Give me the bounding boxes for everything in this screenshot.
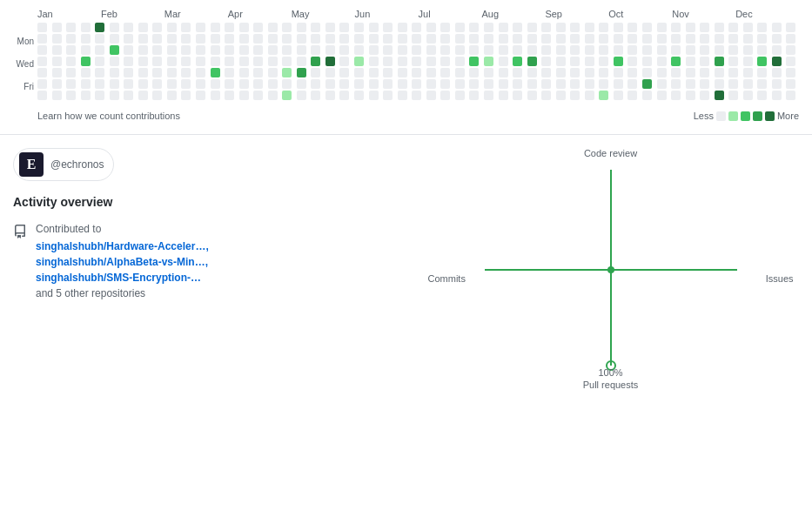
grid-cell — [196, 68, 205, 77]
grid-cell — [440, 45, 450, 55]
grid-cell — [152, 34, 162, 44]
grid-cell — [513, 68, 522, 77]
grid-cell — [196, 45, 205, 55]
grid-cell — [152, 79, 162, 89]
grid-cell — [499, 57, 508, 66]
grid-cell — [743, 57, 753, 66]
grid-cell — [95, 34, 104, 44]
grid-cell — [786, 91, 795, 100]
grid-cell — [124, 34, 133, 44]
user-badge[interactable]: E @echronos — [13, 148, 114, 181]
grid-cell — [426, 68, 436, 77]
grid-cell — [556, 79, 566, 89]
repo-link-1[interactable]: singhalshubh/AlphaBeta-vs-Min…, — [36, 256, 209, 268]
grid-cell — [757, 45, 767, 55]
grid-cell — [772, 34, 782, 44]
repo-link-0[interactable]: singhalshubh/Hardware-Acceler…, — [36, 240, 209, 252]
grid-cell — [37, 45, 47, 55]
grid-cell — [124, 57, 133, 66]
grid-cell — [268, 79, 278, 89]
grid-cell — [440, 34, 450, 44]
grid-cell — [686, 79, 695, 89]
grid-cell — [181, 45, 191, 55]
grid-cell — [398, 57, 407, 66]
grid-cell — [671, 45, 681, 55]
grid-cell — [642, 68, 652, 77]
grid-cell — [728, 57, 738, 66]
grid-cell — [772, 45, 782, 55]
grid-cell — [671, 34, 681, 44]
grid-cell — [499, 23, 508, 32]
grid-cell — [412, 23, 421, 32]
grid-cell — [440, 23, 450, 32]
grid-cell — [152, 68, 162, 77]
grid-cell — [412, 68, 421, 77]
grid-cell — [81, 34, 91, 44]
grid-cell — [614, 79, 623, 89]
grid-cell — [110, 91, 119, 100]
grid-cell — [181, 23, 191, 32]
grid-cell — [225, 45, 234, 55]
grid-cell — [728, 45, 738, 55]
grid-cell — [686, 68, 695, 77]
grid-cell — [614, 34, 623, 44]
grid-cell — [297, 91, 306, 100]
grid-cell — [369, 34, 379, 44]
grid-cell — [81, 23, 91, 32]
grid-cell — [499, 79, 508, 89]
grid-cell — [239, 79, 249, 89]
grid-cell — [369, 23, 379, 32]
month-label-apr: Apr — [228, 9, 292, 19]
grid-cell — [110, 79, 119, 89]
legend-more-label: More — [777, 111, 799, 121]
repo-link-2[interactable]: singhalshubh/SMS-Encryption-… — [36, 272, 209, 284]
grid-cell — [715, 45, 724, 55]
month-label-nov: Nov — [672, 9, 735, 19]
grid-cell — [627, 57, 637, 66]
grid-cell — [339, 68, 349, 77]
grid-cell — [325, 79, 335, 89]
grid-cell — [642, 23, 652, 32]
grid-cell — [715, 68, 724, 77]
grid-cell — [757, 23, 767, 32]
grid-cell — [657, 34, 667, 44]
grid-cell — [196, 79, 205, 89]
grid-cell — [282, 79, 292, 89]
user-handle: @echronos — [50, 158, 104, 171]
grid-cell — [585, 23, 594, 32]
other-repos: and 5 other repositories — [36, 287, 209, 299]
grid-cell — [383, 57, 393, 66]
grid-cell — [138, 68, 148, 77]
grid-cell — [398, 45, 407, 55]
grid-cell — [412, 57, 421, 66]
grid-cell — [484, 34, 493, 44]
grid-cell — [383, 68, 393, 77]
grid-cell — [211, 34, 220, 44]
grid-cell — [627, 79, 637, 89]
grid-cell — [412, 45, 421, 55]
activity-title: Activity overview — [13, 195, 405, 209]
repo-links: singhalshubh/Hardware-Acceler…,singhalsh… — [36, 240, 209, 284]
grid-cell — [599, 45, 608, 55]
grid-cell — [196, 91, 205, 100]
grid-cell — [311, 34, 320, 44]
grid-cell — [167, 79, 177, 89]
grid-cell — [757, 57, 767, 66]
grid-cell — [383, 79, 393, 89]
grid-cell — [585, 79, 594, 89]
grid-cell — [167, 23, 177, 32]
grid-cell — [81, 68, 91, 77]
grid-cell — [383, 45, 393, 55]
grid-wrapper — [37, 23, 799, 100]
grid-cell — [66, 34, 76, 44]
grid-cell — [181, 79, 191, 89]
grid-cell — [124, 79, 133, 89]
grid-cell — [282, 57, 292, 66]
grid-cell — [499, 45, 508, 55]
grid-cell — [253, 68, 263, 77]
grid-cell — [715, 34, 724, 44]
grid-cell — [513, 57, 522, 66]
grid-cell — [339, 91, 349, 100]
grid-cell — [728, 34, 738, 44]
grid-cell — [786, 23, 795, 32]
